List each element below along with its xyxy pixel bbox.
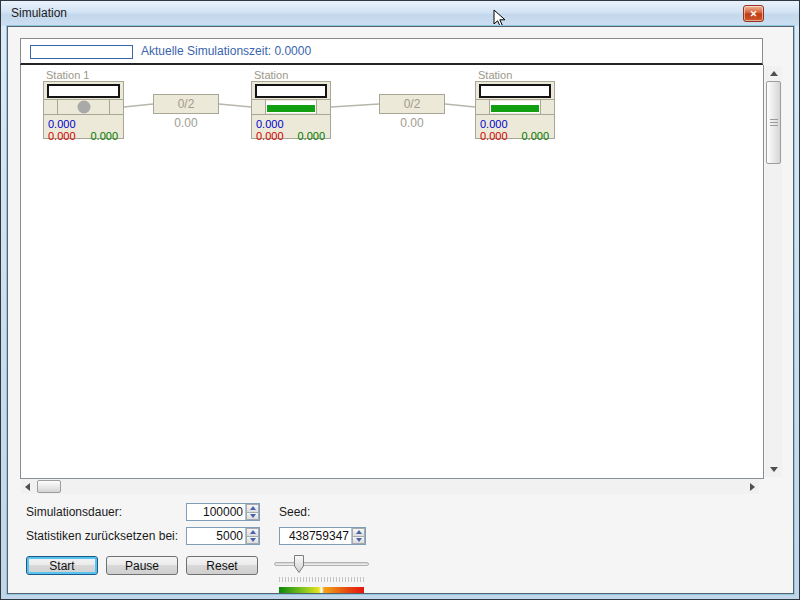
busy-bar <box>491 105 539 112</box>
start-button[interactable]: Start <box>26 556 98 575</box>
arrow-down-icon <box>770 467 778 472</box>
station-value-blue: 0.000 <box>48 118 76 130</box>
station-value-green: 0.000 <box>297 130 325 142</box>
station-node[interactable]: 0.000 0.000 0.000 <box>43 81 124 139</box>
spin-up-icon <box>356 530 362 534</box>
start-button-label: Start <box>49 559 74 573</box>
station-process-row <box>44 99 123 115</box>
sim-duration-label: Simulationsdauer: <box>26 505 122 519</box>
spin-up-button[interactable] <box>246 528 259 537</box>
spin-up-icon <box>250 530 256 534</box>
close-icon: ✕ <box>750 9 758 19</box>
time-display-box[interactable] <box>30 45 133 59</box>
pause-button-label: Pause <box>125 559 159 573</box>
simulation-time-panel: Aktuelle Simulationszeit: 0.0000 <box>20 38 763 65</box>
window-title: Simulation <box>11 6 67 20</box>
station-value-blue: 0.000 <box>480 118 508 130</box>
station-label: Station <box>254 69 288 81</box>
divider <box>57 100 58 114</box>
reset-button-label: Reset <box>206 559 237 573</box>
arrow-right-icon <box>750 483 755 491</box>
station-process-row <box>476 99 554 115</box>
queue-occupancy: 0/2 <box>178 97 195 111</box>
queue-value: 0.00 <box>153 116 219 130</box>
divider <box>109 100 110 114</box>
station-process-row <box>252 99 330 115</box>
station-value-blue: 0.000 <box>256 118 284 130</box>
station-label: Station 1 <box>46 69 89 81</box>
process-slot <box>266 101 316 113</box>
scroll-up-button[interactable] <box>765 66 782 81</box>
station-label: Station <box>478 69 512 81</box>
station-node[interactable]: 0.000 0.000 0.000 <box>475 81 555 139</box>
arrow-up-icon <box>770 71 778 76</box>
scroll-left-button[interactable] <box>21 479 34 494</box>
seed-label: Seed: <box>279 505 310 519</box>
model-canvas: Station 1 0.000 0.000 0.000 0/2 0.00 Sta… <box>20 65 764 479</box>
station-value-red: 0.000 <box>256 130 284 142</box>
simulation-window: Simulation ✕ Aktuelle Simulationszeit: 0… <box>0 0 800 600</box>
spin-down-icon <box>356 538 362 542</box>
slider-tick-marks <box>279 577 364 582</box>
pause-button[interactable]: Pause <box>106 556 178 575</box>
vertical-scrollbar[interactable] <box>765 66 782 477</box>
station-node[interactable]: 0.000 0.000 0.000 <box>251 81 331 139</box>
station-display <box>479 84 551 98</box>
scrollbar-grip-icon <box>770 119 778 127</box>
process-slot <box>490 101 540 113</box>
stats-reset-spinner <box>186 527 260 545</box>
station-value-green: 0.000 <box>90 130 118 142</box>
titlebar[interactable]: Simulation ✕ <box>1 1 799 26</box>
divider <box>540 100 541 114</box>
seed-input[interactable] <box>280 528 351 544</box>
spin-down-icon <box>250 538 256 542</box>
seed-spinner <box>279 527 366 545</box>
scroll-down-button[interactable] <box>765 462 782 477</box>
sim-duration-input[interactable] <box>187 504 245 520</box>
token-circle-icon <box>77 101 90 114</box>
spin-down-button[interactable] <box>246 537 259 545</box>
horizontal-scrollbar-thumb[interactable] <box>37 480 61 493</box>
arrow-left-icon <box>25 483 30 491</box>
sim-duration-spinner <box>186 503 260 521</box>
station-display <box>47 84 120 98</box>
spin-up-icon <box>250 506 256 510</box>
client-area: Aktuelle Simulationszeit: 0.0000 Station… <box>7 26 794 594</box>
queue-node[interactable]: 0/2 <box>379 94 445 114</box>
stats-reset-label: Statistiken zurücksetzen bei: <box>26 529 178 543</box>
speed-slider-thumb[interactable] <box>293 554 305 574</box>
spin-up-button[interactable] <box>246 504 259 513</box>
reset-button[interactable]: Reset <box>186 556 258 575</box>
queue-value: 0.00 <box>379 116 445 130</box>
speed-slider-track[interactable] <box>274 562 369 566</box>
queue-node[interactable]: 0/2 <box>153 94 219 114</box>
station-display <box>255 84 327 98</box>
vertical-scrollbar-thumb[interactable] <box>766 81 781 164</box>
horizontal-scrollbar[interactable] <box>21 479 759 494</box>
spin-up-button[interactable] <box>352 528 365 537</box>
speed-gradient-bar <box>279 587 364 593</box>
scroll-right-button[interactable] <box>746 479 759 494</box>
spin-down-button[interactable] <box>352 537 365 545</box>
queue-occupancy: 0/2 <box>404 97 421 111</box>
stats-reset-input[interactable] <box>187 528 245 544</box>
station-value-red: 0.000 <box>48 130 76 142</box>
divider <box>316 100 317 114</box>
simulation-time-label: Aktuelle Simulationszeit: 0.0000 <box>141 44 311 58</box>
station-value-red: 0.000 <box>480 130 508 142</box>
spin-down-button[interactable] <box>246 513 259 521</box>
close-button[interactable]: ✕ <box>743 5 764 22</box>
busy-bar <box>267 105 315 112</box>
spin-down-icon <box>250 514 256 518</box>
station-value-green: 0.000 <box>521 130 549 142</box>
